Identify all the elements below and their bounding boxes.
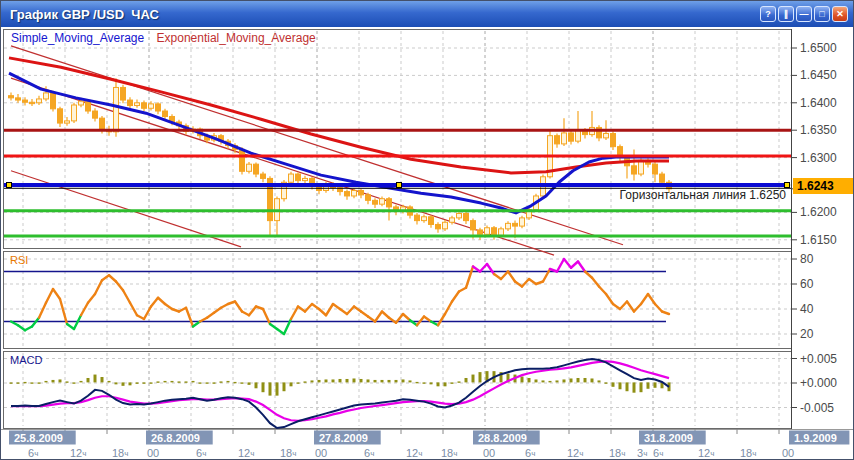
- macd-tick-label: +0.005: [800, 352, 837, 366]
- price-tick-label: 1.6500: [800, 41, 837, 55]
- candle-body: [513, 223, 518, 226]
- candle-body: [457, 213, 462, 217]
- candle-body: [562, 133, 567, 144]
- candle-body: [303, 178, 308, 180]
- restore-button[interactable]: □: [814, 6, 830, 22]
- candle-body: [604, 133, 609, 137]
- price-tick-label: 1.6450: [800, 68, 837, 82]
- hour-label: 00: [483, 447, 495, 459]
- candle-body: [93, 111, 98, 118]
- current-price-badge: 1.6243: [793, 178, 854, 194]
- candle-body: [142, 103, 147, 108]
- window-buttons: ?∥—□✕: [760, 6, 848, 22]
- candle-body: [254, 164, 259, 174]
- candle-body: [100, 118, 105, 130]
- candle-body: [611, 133, 616, 146]
- candle-body: [639, 160, 644, 174]
- candle-body: [422, 217, 427, 221]
- date-label: 31.8.2009: [644, 432, 693, 444]
- candle-body: [366, 195, 371, 200]
- candle-body: [506, 223, 511, 228]
- rsi-tick-label: 80: [800, 252, 814, 266]
- hour-label: 18ч: [609, 447, 625, 459]
- close-button[interactable]: ✕: [832, 6, 848, 22]
- candle-body: [149, 104, 154, 108]
- hour-label: 00: [147, 447, 159, 459]
- candle-body: [464, 213, 469, 220]
- hour-label: 18ч: [441, 447, 457, 459]
- candle-body: [373, 200, 378, 204]
- price-panel: [4, 30, 792, 249]
- candle-body: [135, 103, 140, 106]
- rsi-tick-label: 40: [800, 302, 814, 316]
- candle-body: [16, 98, 21, 100]
- hour-label: 6ч: [525, 447, 535, 459]
- hour-label: 12ч: [238, 447, 254, 459]
- chart-window: 1.65001.64501.64001.63501.63001.62001.61…: [0, 0, 854, 460]
- date-label: 26.8.2009: [151, 432, 200, 444]
- price-tick-label: 1.6300: [800, 151, 837, 165]
- hour-label: 6ч: [364, 447, 374, 459]
- price-tick-label: 1.6150: [800, 233, 837, 247]
- candle-body: [79, 101, 84, 105]
- candle-body: [261, 174, 266, 178]
- rsi-tick-label: 20: [800, 327, 814, 341]
- line-handle[interactable]: [397, 183, 402, 188]
- date-label: 25.8.2009: [14, 432, 63, 444]
- pause-button[interactable]: ∥: [778, 6, 794, 22]
- hour-label: 18ч: [280, 447, 296, 459]
- candle-body: [443, 222, 448, 229]
- window-title: График GBP /USD ЧАС: [10, 7, 159, 22]
- hour-label: 12ч: [567, 447, 583, 459]
- candle-body: [37, 99, 42, 103]
- rsi-panel: [4, 252, 792, 349]
- candle-body: [121, 87, 126, 100]
- macd-panel: [4, 352, 792, 429]
- candle-body: [485, 228, 490, 235]
- minimize-button[interactable]: —: [796, 6, 812, 22]
- candle-body: [499, 229, 504, 236]
- horizontal-line-label: Горизонтальная линия 1.6250: [620, 189, 786, 202]
- price-tick-label: 1.6400: [800, 96, 837, 110]
- candle-body: [44, 93, 49, 99]
- macd-tick-label: +0.000: [800, 376, 837, 390]
- date-label: 1.9.2009: [794, 432, 837, 444]
- candle-body: [520, 218, 525, 226]
- hour-label: 18ч: [740, 447, 756, 459]
- hour-label: 00: [782, 447, 794, 459]
- candle-body: [289, 174, 294, 182]
- legend-ema-label[interactable]: Exponential_Moving_Average: [157, 31, 316, 45]
- macd-tick-label: -0.005: [800, 401, 834, 415]
- help-button[interactable]: ?: [760, 6, 776, 22]
- candle-body: [9, 96, 14, 98]
- rsi-panel-label: RSI: [10, 254, 28, 267]
- candle-body: [359, 190, 364, 194]
- candle-body: [555, 136, 560, 144]
- candle-body: [30, 102, 35, 103]
- candle-body: [296, 174, 301, 181]
- macd-panel-label: MACD: [10, 354, 42, 367]
- title-bar[interactable]: График GBP /USD ЧАС ?∥—□✕: [1, 1, 853, 27]
- candle-body: [415, 215, 420, 220]
- price-tick-label: 1.6350: [800, 123, 837, 137]
- hour-label: 12ч: [406, 447, 422, 459]
- candle-body: [240, 149, 245, 171]
- hour-label: 12ч: [698, 447, 714, 459]
- candle-body: [23, 100, 28, 102]
- candle-body: [632, 166, 637, 174]
- candle-body: [478, 230, 483, 234]
- candle-body: [352, 190, 357, 195]
- candle-body: [569, 133, 574, 141]
- line-handle[interactable]: [7, 183, 12, 188]
- chart-canvas: 1.65001.64501.64001.63501.63001.62001.61…: [1, 1, 854, 460]
- hour-label: 3ч: [637, 447, 647, 459]
- candle-body: [380, 199, 385, 204]
- candle-body: [660, 174, 665, 182]
- hour-label: 6ч: [653, 447, 663, 459]
- hour-label: 00: [315, 447, 327, 459]
- candle-body: [156, 104, 161, 111]
- horizontal-line-1.625[interactable]: [4, 183, 790, 188]
- line-handle[interactable]: [785, 183, 790, 188]
- legend-sma-label[interactable]: Simple_Moving_Average: [11, 31, 144, 45]
- hour-label: 12ч: [70, 447, 86, 459]
